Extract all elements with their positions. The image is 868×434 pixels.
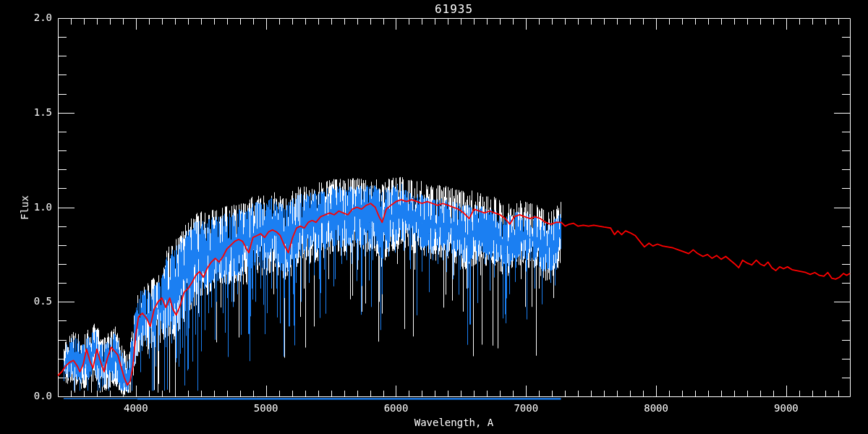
y-tick-label: 2.0 — [20, 12, 52, 22]
x-tick-label: 8000 — [633, 403, 679, 413]
x-tick-label: 7000 — [503, 403, 549, 413]
spectrum-plot-canvas — [0, 0, 868, 434]
chart-title: 61935 — [58, 4, 850, 15]
x-axis-label: Wavelength, A — [58, 417, 850, 427]
y-tick-label: 0.0 — [20, 391, 52, 401]
y-tick-label: 0.5 — [20, 296, 52, 306]
spectrum-chart: 61935 Wavelength, A Flux 400050006000700… — [0, 0, 868, 434]
y-tick-label: 1.0 — [20, 202, 52, 212]
y-tick-label: 1.5 — [20, 107, 52, 117]
x-tick-label: 9000 — [763, 403, 809, 413]
x-tick-label: 5000 — [243, 403, 289, 413]
x-tick-label: 6000 — [373, 403, 419, 413]
x-tick-label: 4000 — [113, 403, 159, 413]
